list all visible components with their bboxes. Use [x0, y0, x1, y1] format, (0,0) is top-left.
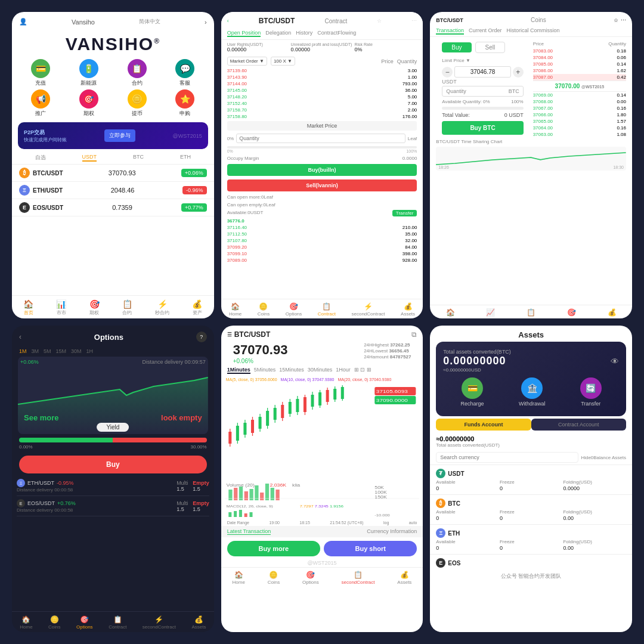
contract-account-tab[interactable]: Contract Account — [531, 419, 626, 431]
tf-1min[interactable]: 1Minutes — [227, 367, 250, 374]
icon-recharge[interactable]: 💳 充值 — [18, 59, 64, 87]
nav4-contract[interactable]: 📋Contract — [109, 615, 126, 630]
yield-button[interactable]: Yield — [97, 423, 129, 432]
multiplier-select[interactable]: 100 X ▼ — [271, 57, 295, 66]
tf-30m[interactable]: 30M — [71, 348, 82, 354]
tf-5min[interactable]: 5Minutes — [254, 367, 276, 374]
join-now-button[interactable]: 立即参与 — [104, 129, 135, 142]
nav3-home[interactable]: 🏠 — [446, 308, 455, 317]
transfer-assets-button[interactable]: 🔄 Transfer — [580, 377, 602, 407]
qty-box[interactable]: QuantityBTC — [442, 86, 523, 97]
nav4-second[interactable]: ⚡secondContract — [143, 615, 176, 630]
nav4-coins[interactable]: 🪙Coins — [48, 615, 60, 630]
nav-contract-nav[interactable]: 📋合约 — [122, 299, 132, 316]
options-row-eos[interactable]: E EOS/USDT +0.76% Distance delivery 00:0… — [17, 496, 209, 516]
nav2-contract[interactable]: 📋Contract — [318, 302, 336, 317]
tab-current-order[interactable]: Current Order — [469, 27, 502, 35]
tf-15m[interactable]: 15M — [56, 348, 67, 354]
icon-contract[interactable]: 📋 合约 — [114, 59, 160, 87]
tf-30min[interactable]: 30Minutes — [308, 367, 333, 374]
icon-service[interactable]: 💬 客服 — [162, 59, 208, 87]
quantity-input[interactable] — [236, 134, 405, 143]
nav4-options[interactable]: 🎯Options — [76, 615, 93, 630]
options-row-eth[interactable]: Ξ ETH/USDT -0.95% Distance delivery 00:0… — [17, 476, 209, 496]
timeframe-selector[interactable]: 1M 3M 5M 15M 30M 1H — [12, 346, 214, 357]
minus-button[interactable]: − — [442, 67, 453, 78]
star-icon[interactable]: ☆ — [377, 18, 382, 24]
nav-home[interactable]: 🏠首页 — [23, 299, 33, 316]
currency-search-input[interactable] — [436, 452, 578, 463]
tf-1h[interactable]: 1H — [86, 348, 94, 354]
tab-transaction[interactable]: Transaction — [436, 27, 464, 35]
plus-button[interactable]: + — [513, 67, 524, 78]
recharge-button[interactable]: 💳 Recharge — [461, 377, 484, 407]
nav3-assets-nav[interactable]: 💰 — [608, 308, 617, 317]
tf-15min[interactable]: 15Minutes — [279, 367, 304, 374]
transfer-button[interactable]: Transfer — [392, 210, 417, 216]
nav2-coins[interactable]: 🪙Coins — [258, 302, 270, 317]
nav3-chart[interactable]: 📈 — [486, 308, 495, 317]
price-stepper[interactable]: − + — [436, 65, 529, 79]
buy-short-button[interactable]: Buy short — [324, 541, 417, 556]
quantity-input-row[interactable]: 0% Leaf — [221, 132, 423, 145]
market-row-eos[interactable]: E EOS/USDT 0.7359 +0.77% — [12, 199, 214, 216]
back-icon[interactable]: ‹ — [227, 18, 229, 24]
buy-btc-button[interactable]: Buy BTC — [442, 121, 523, 135]
nav5-contract[interactable]: 📋secondContract — [341, 571, 374, 585]
menu-icon[interactable]: ⋯ — [411, 18, 417, 24]
icon-apply[interactable]: ⭐ 申购 — [162, 89, 208, 117]
nav5-coins[interactable]: 🪙Coins — [268, 571, 280, 585]
latest-transaction-tab[interactable]: Latest Transaction — [227, 528, 271, 535]
tab-historical[interactable]: Historical Commission — [507, 27, 560, 35]
icon-promote[interactable]: 📢 推广 — [18, 89, 64, 117]
bottom-nav[interactable]: 🏠首页 📊市市 🎯期权 📋合约 ⚡秒合约 💰资产 — [12, 295, 214, 318]
icon-withdraw[interactable]: 🪙 提币 — [114, 89, 160, 117]
nav4-home[interactable]: 🏠Home — [20, 615, 32, 630]
nav-market[interactable]: 📊市市 — [56, 299, 66, 316]
icon-energy[interactable]: 🔋 新能源 — [66, 59, 112, 87]
currency-info-tab[interactable]: Currency Information — [367, 528, 417, 535]
buy-more-button[interactable]: Buy more — [227, 541, 320, 556]
nav-assets[interactable]: 💰资产 — [192, 299, 202, 316]
coins-tabs[interactable]: Transaction Current Order Historical Com… — [430, 26, 632, 37]
nav5-assets[interactable]: 💰Assets — [397, 571, 411, 585]
sell-lvannin-button[interactable]: Sell(lvannin) — [227, 179, 417, 191]
tf-1hour[interactable]: 1Hour — [336, 367, 351, 374]
buy-builln-button[interactable]: Buy(builln) — [227, 164, 417, 176]
chart-icons[interactable]: ⊞ ⊡ ⊞ — [354, 367, 371, 374]
buy-button[interactable]: Buy — [442, 42, 471, 52]
icon-options[interactable]: 🎯 期权 — [66, 89, 112, 117]
fund-account-tab[interactable]: Funds Account — [436, 419, 531, 431]
nav2-home[interactable]: 🏠Home — [229, 302, 242, 317]
lang-switch[interactable]: 简体中文 — [139, 18, 160, 26]
market-row-eth[interactable]: Ξ ETH/USDT 2048.46 -0.96% — [12, 182, 214, 199]
nav-options-nav[interactable]: 🎯期权 — [89, 299, 100, 316]
card5-bottom-nav[interactable]: 🏠Home 🪙Coins 🎯Options 📋secondContract 💰A… — [221, 567, 423, 587]
menu-icon-coins[interactable]: ⋯ — [621, 17, 626, 23]
sell-button[interactable]: Sell — [475, 42, 506, 53]
tab-history[interactable]: History — [296, 30, 312, 37]
chart-timeframes[interactable]: 1Minutes 5Minutes 15Minutes 30Minutes 1H… — [221, 364, 423, 376]
tf-5m[interactable]: 5M — [44, 348, 51, 354]
menu-icon-chart[interactable]: ☰ — [227, 332, 232, 338]
withdrawal-button[interactable]: 🏦 Withdrawal — [519, 377, 546, 407]
eye-icon[interactable]: 👁 — [611, 357, 619, 366]
star-icon-coins[interactable]: ☆ — [614, 17, 618, 23]
user-icon[interactable]: 👤 — [19, 18, 27, 26]
back-icon-options[interactable]: ‹ — [19, 333, 21, 341]
card2-bottom-nav[interactable]: 🏠Home 🪙Coins 🎯Options 📋Contract ⚡secondC… — [221, 299, 423, 318]
arrow-icon[interactable]: › — [205, 18, 207, 26]
nav-second-contract[interactable]: ⚡秒合约 — [155, 299, 169, 316]
copy-icon[interactable]: ⧉ — [411, 330, 417, 339]
contract-tabs[interactable]: Open Position Delegation History Contrac… — [221, 27, 423, 40]
card4-bottom-nav[interactable]: 🏠Home 🪙Coins 🎯Options 📋Contract ⚡secondC… — [12, 611, 214, 632]
market-tabs[interactable]: 自选 USDT BTC ETH — [12, 151, 214, 165]
tab-open-position[interactable]: Open Position — [227, 30, 261, 37]
tf-3m[interactable]: 3M — [32, 348, 39, 354]
tf-1m[interactable]: 1M — [19, 348, 27, 354]
nav3-contract-nav[interactable]: 📋 — [527, 308, 535, 317]
help-icon[interactable]: ? — [196, 332, 207, 342]
nav5-home[interactable]: 🏠Home — [233, 571, 245, 585]
nav2-second[interactable]: ⚡secondContract — [352, 302, 385, 317]
latest-section[interactable]: Latest Transaction Currency Information — [221, 526, 423, 537]
